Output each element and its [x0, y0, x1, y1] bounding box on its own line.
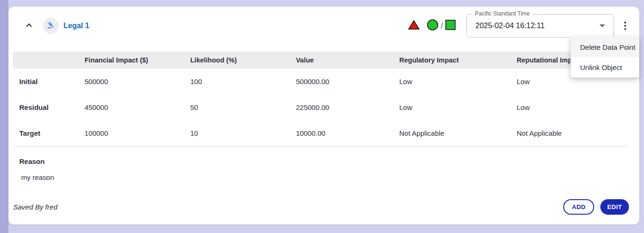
panel-title[interactable]: Legal 1: [63, 22, 89, 30]
regulatory-impact-value: Low: [393, 103, 510, 111]
regulatory-impact-value: Low: [393, 78, 510, 85]
column-header-regulatory-impact: Regulatory Impact: [393, 56, 510, 64]
financial-impact-value: 100000: [78, 129, 184, 137]
value-cell: 10000.00: [289, 129, 393, 137]
menu-item-unlink-object[interactable]: Unlink Object: [571, 57, 639, 78]
caret-down-icon: [599, 24, 605, 27]
timezone-label: Pacific Standard Time: [473, 10, 532, 17]
shape-separator: /: [441, 21, 443, 31]
chevron-up-icon: [25, 21, 33, 31]
row-label: Initial: [13, 78, 78, 85]
reputational-impact-value: Low: [510, 103, 628, 111]
data-point-panel: Legal 1 / Pacific Standard Time 2025-02-…: [8, 7, 639, 225]
kebab-icon: [624, 22, 626, 30]
green-square-icon: [445, 19, 456, 32]
edit-button[interactable]: EDIT: [600, 199, 629, 215]
likelihood-value: 50: [184, 103, 289, 111]
table-body: Initial 500000 100 500000.00 Low Low Res…: [13, 69, 628, 147]
severity-indicators: /: [408, 19, 456, 33]
value-cell: 225000.00: [289, 103, 393, 111]
financial-impact-value: 500000: [78, 78, 184, 85]
table-header-row: Financial Impact ($) Likelihood (%) Valu…: [13, 52, 628, 69]
reason-label: Reason: [13, 157, 628, 165]
value-cell: 500000.00: [289, 78, 393, 85]
reason-section: Reason my reason: [13, 157, 628, 181]
row-label: Residual: [13, 103, 78, 111]
collapse-button[interactable]: [23, 20, 35, 32]
saved-by-text: Saved By fred: [13, 203, 57, 211]
add-button[interactable]: ADD: [563, 199, 594, 215]
action-buttons: ADD EDIT: [563, 199, 629, 215]
kebab-menu-button[interactable]: [621, 19, 629, 33]
column-header-financial-impact: Financial Impact ($): [78, 56, 184, 64]
gavel-icon: [47, 21, 55, 31]
table-row-residual: Residual 450000 50 225000.00 Low Low: [13, 94, 628, 120]
reason-value: my reason: [13, 173, 628, 181]
context-menu: Delete Data Point Unlink Object: [571, 37, 639, 78]
table-row-initial: Initial 500000 100 500000.00 Low Low: [13, 69, 628, 94]
menu-item-delete-data-point[interactable]: Delete Data Point: [571, 37, 639, 57]
column-header-likelihood: Likelihood (%): [184, 56, 289, 64]
red-triangle-icon: [408, 19, 420, 32]
row-label: Target: [13, 129, 78, 137]
timestamp-value: 2025-02-04 16:12:11: [475, 22, 544, 30]
reputational-impact-value: Low: [510, 78, 628, 85]
timestamp-select[interactable]: Pacific Standard Time 2025-02-04 16:12:1…: [466, 14, 614, 38]
page-edge-bar: [0, 0, 8, 233]
table-row-target: Target 100000 10 10000.00 Not Applicable…: [13, 120, 628, 146]
financial-impact-value: 450000: [78, 103, 184, 111]
reputational-impact-value: Not Applicable: [510, 129, 628, 137]
green-circle-icon: [427, 19, 439, 33]
panel-footer: Saved By fred ADD EDIT: [8, 199, 639, 225]
object-avatar: [43, 18, 59, 34]
column-header-value: Value: [289, 56, 393, 64]
likelihood-value: 10: [184, 129, 289, 137]
regulatory-impact-value: Not Applicable: [393, 129, 510, 137]
panel-header: Legal 1 / Pacific Standard Time 2025-02-…: [8, 7, 639, 45]
likelihood-value: 100: [184, 78, 289, 85]
